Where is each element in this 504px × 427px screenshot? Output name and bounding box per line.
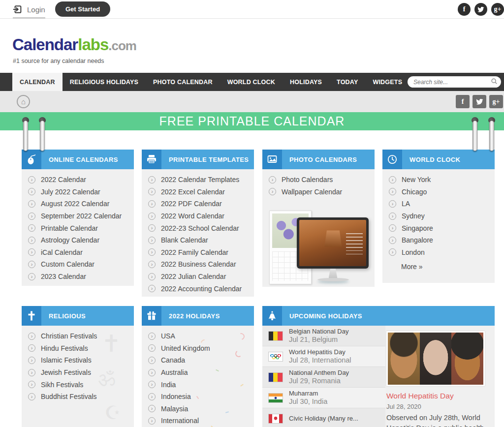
arrow-bullet-icon: › [148,176,156,183]
googleplus-icon[interactable]: g+ [491,3,504,16]
list-item[interactable]: ›LA [389,198,495,210]
list-item[interactable]: ›Islamic Festivals [28,354,134,366]
list-item[interactable]: ›2022 Excel Calendar [148,186,254,198]
list-item[interactable]: ›India [148,378,254,391]
arrow-bullet-icon: › [148,344,156,352]
list-item[interactable]: ›United Kingdom [148,342,254,355]
nav-item[interactable]: WORLD CLOCK [220,73,283,91]
arrow-bullet-icon: › [28,344,35,352]
list-item[interactable]: ›Malaysia [148,403,254,415]
list-item[interactable]: ›2022 Business Calendar [148,258,254,271]
arrow-bullet-icon: › [148,417,156,425]
list-item[interactable]: ›International [148,415,254,427]
list-item[interactable]: ›Sydney [389,210,495,222]
list-item[interactable]: ›2022 PDF Calendar [148,198,254,210]
list-item[interactable]: ›2022-23 School Calendar [148,222,254,234]
nav-item[interactable]: WIDGETS [365,73,410,91]
photo-icon [262,150,282,169]
list-item[interactable]: ›iCal Calendar [28,246,134,259]
featured-holiday-title[interactable]: World Hepatitis Day [386,392,491,400]
list-item[interactable]: ›Printable Calendar [28,222,134,234]
site-tagline: #1 source for any calendar needs [13,58,104,64]
googleplus-share-icon[interactable]: g+ [489,95,503,108]
binder-ring [472,117,479,123]
search-box [408,76,501,88]
arrow-bullet-icon: › [389,213,396,220]
nav-item[interactable]: HOLIDAYS [283,73,329,91]
arrow-bullet-icon: › [148,285,156,292]
arrow-bullet-icon: › [28,188,35,195]
list-item[interactable]: ›London [389,246,495,259]
list-item[interactable]: ›2022 Calendar Templates [148,174,254,186]
list-item[interactable]: ›Blank Calendar [148,234,254,246]
list-item[interactable]: ›2022 Calendar [28,174,134,186]
nav-item[interactable]: CALENDAR [12,73,63,91]
arrow-bullet-icon: › [389,188,396,195]
world-clock-more-link[interactable]: More » [382,261,495,271]
list-item[interactable]: ›Custom Calendar [28,258,134,271]
list-item[interactable]: ›Hindu Festivals [28,342,134,355]
panel-photo-calendars: PHOTO CALENDARS ›Photo Calendars ›Wallpa… [262,150,375,285]
clock-icon [382,150,402,169]
featured-holiday-photo[interactable] [386,331,485,386]
list-item[interactable]: ›Buddhist Festivals [28,391,134,403]
site-logo[interactable]: Calendarlabs.com [12,35,136,54]
facebook-icon[interactable]: f [458,3,471,16]
arrow-bullet-icon: › [28,369,35,376]
list-item[interactable]: ›Australia [148,366,254,379]
list-item[interactable]: ›September 2022 Calendar [28,210,134,222]
list-item[interactable]: ›Chicago [389,186,495,198]
list-item[interactable]: ›2022 Family Calendar [148,246,254,259]
list-item[interactable]: ›Photo Calendars [269,174,375,186]
list-item[interactable]: ›Astrology Calendar [28,234,134,246]
arrow-bullet-icon: › [148,200,156,208]
list-item[interactable]: ›Jewish Festivals [28,366,134,379]
list-item[interactable]: ›Wallpaper Calendar [269,186,375,198]
search-input[interactable] [413,79,491,86]
nav-item[interactable]: TODAY [329,73,365,91]
flag-icon [268,414,283,424]
panel-2022-holidays: 2022 HOLIDAYS ›USA ›United Kingdom ›Cana… [142,306,254,427]
list-item[interactable]: ›2022 Accounting Calendar [148,282,254,295]
list-item[interactable]: ›Christian Festivals [28,330,134,342]
list-item[interactable]: ›Canada [148,354,254,366]
panel-title: ONLINE CALENDARS [41,156,118,163]
twitter-icon[interactable] [474,3,487,16]
arrow-bullet-icon: › [28,213,35,220]
arrow-bullet-icon: › [148,393,156,400]
home-icon[interactable]: ⌂ [17,95,30,108]
holiday-row[interactable]: Belgian National DayJul 21, Belgium [262,326,385,346]
get-started-button[interactable]: Get Started [55,1,110,17]
list-item[interactable]: ›Indonesia [148,391,254,403]
nav-item[interactable]: PHOTO CALENDAR [146,73,220,91]
list-item[interactable]: ›New York [389,174,495,186]
arrow-bullet-icon: › [28,357,35,364]
sub-social-icons: f g+ [456,95,503,108]
arrow-bullet-icon: › [148,261,156,268]
list-item[interactable]: ›2023 Calendar [28,271,134,283]
binder-ring [22,117,30,123]
list-item[interactable]: ›Bangalore [389,234,495,246]
list-item[interactable]: ›August 2022 Calendar [28,198,134,210]
holiday-row[interactable]: National Anthem DayJul 29, Romania [262,367,385,388]
twitter-share-icon[interactable] [472,95,486,108]
list-item[interactable]: ›Sikh Festivals [28,378,134,391]
list-item[interactable]: ›2022 Julian Calendar [148,271,254,283]
search-icon[interactable] [491,78,498,87]
list-item[interactable]: ›USA [148,330,254,342]
featured-holiday-text: Observed on July 28th, World Hepatitis D… [386,414,484,427]
list-item[interactable]: ›Singapore [389,222,495,234]
arrow-bullet-icon: › [148,369,156,376]
arrow-bullet-icon: › [389,224,396,232]
panel-title: PRINTABLE TEMPLATES [161,156,249,163]
login-button[interactable]: Login [13,0,45,19]
login-icon [13,4,23,14]
arrow-bullet-icon: › [148,224,156,232]
holiday-row[interactable]: Civic Holiday (Many re... [262,408,385,427]
holiday-row[interactable]: MuharramJul 30, India [262,388,385,408]
list-item[interactable]: ›2022 Word Calendar [148,210,254,222]
list-item[interactable]: ›July 2022 Calendar [28,186,134,198]
nav-item[interactable]: RELIGIOUS HOLIDAYS [63,73,146,91]
holiday-row[interactable]: World Hepatitis DayJul 28, International [262,346,385,367]
facebook-share-icon[interactable]: f [456,95,470,108]
